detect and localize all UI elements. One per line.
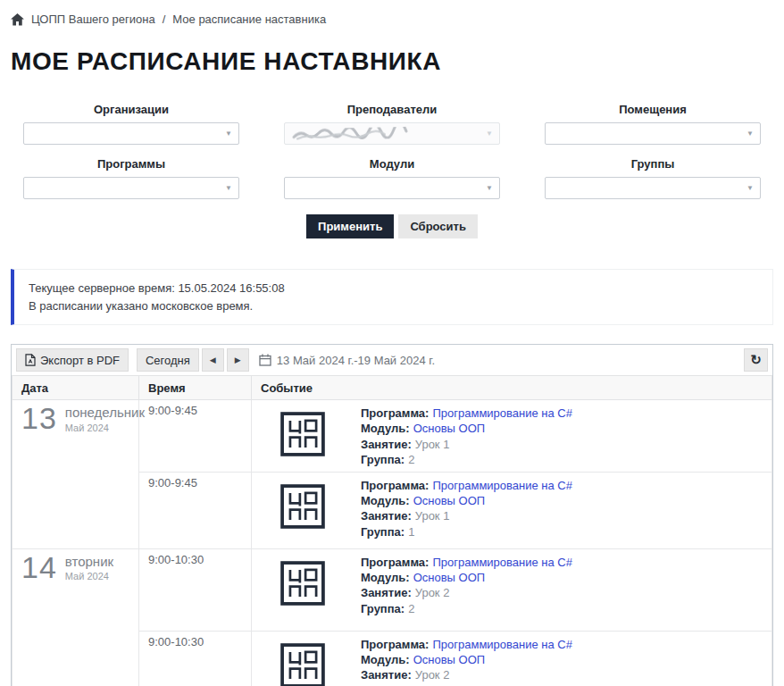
apply-button[interactable]: Применить [306,214,394,238]
modules-select[interactable]: ▼ [284,177,500,199]
program-label: Программа: [361,479,429,492]
group-value: 2 [408,453,414,466]
next-week-button[interactable]: ▶ [227,348,249,372]
groups-select[interactable]: ▼ [545,177,761,199]
program-link[interactable]: Программирование на C# [432,406,572,420]
module-label: Модуль: [361,422,410,435]
chevron-down-icon: ▼ [225,130,232,138]
refresh-icon: ↻ [750,352,762,368]
schedule-table: Дата Время Событие 13 понедельник Май 20… [12,375,772,686]
filter-groups: Группы ▼ [545,157,761,199]
lesson-value: Урок 1 [415,509,450,523]
schedule-row: 14 вторник Май 2024 9:00-10:30 [13,548,772,631]
filter-teachers: Преподаватели ▼ [284,103,500,145]
program-link[interactable]: Программирование на C# [432,638,572,651]
time-cell: 9:00-9:45 [139,400,252,473]
programs-label: Программы [23,157,239,171]
reset-button[interactable]: Сбросить [398,214,478,238]
arrow-left-icon: ◀ [210,356,216,364]
server-time-notice: Текущее серверное время: 15.05.2024 16:5… [11,269,773,325]
export-pdf-label: Экспорт в PDF [40,354,120,367]
group-value: 2 [408,602,414,615]
filters-panel: Организации ▼ Преподаватели ▼ Помещения … [11,103,773,199]
refresh-button[interactable]: ↻ [744,348,768,372]
program-link[interactable]: Программирование на C# [432,479,572,492]
module-link[interactable]: Основы ООП [413,571,485,584]
weekday-label: понедельник [65,406,145,421]
group-value: 1 [408,525,414,539]
day-number: 13 [21,404,57,432]
date-cell: 13 понедельник Май 2024 [13,400,139,549]
event-cell: Программа:Программирование на C# Модуль:… [252,400,772,473]
breadcrumb: ЦОПП Вашего региона / Мое расписание нас… [11,13,773,26]
group-label: Группа: [361,453,405,466]
program-label: Программа: [361,638,429,651]
date-range: 13 Май 2024 г.-19 Май 2024 г. [259,354,435,367]
export-pdf-button[interactable]: Экспорт в PDF [16,348,129,372]
chevron-down-icon: ▼ [486,130,493,138]
page-title: МОЕ РАСПИСАНИЕ НАСТАВНИКА [11,47,773,76]
teachers-label: Преподаватели [284,103,500,116]
module-label: Модуль: [361,653,410,666]
prev-week-button[interactable]: ◀ [202,348,224,372]
header-time: Время [139,376,252,400]
redacted-teacher-name [292,126,426,140]
modules-label: Модули [284,157,500,171]
breadcrumb-home-link[interactable]: ЦОПП Вашего региона [31,13,155,26]
rooms-label: Помещения [545,103,761,116]
today-button[interactable]: Сегодня [137,348,199,372]
breadcrumb-separator: / [163,13,166,26]
module-label: Модуль: [361,494,410,507]
chevron-down-icon: ▼ [225,184,232,192]
copp-logo-icon [280,484,325,529]
date-cell: 14 вторник Май 2024 [13,548,139,686]
chevron-down-icon: ▼ [486,184,493,192]
organizations-label: Организации [23,103,239,116]
chevron-down-icon: ▼ [746,130,754,138]
event-cell: Программа:Программирование на C# Модуль:… [252,548,772,631]
time-cell: 9:00-10:30 [139,631,252,686]
lesson-value: Урок 2 [415,586,450,599]
module-link[interactable]: Основы ООП [413,494,485,507]
page: ЦОПП Вашего региона / Мое расписание нас… [0,0,784,686]
schedule-row: 13 понедельник Май 2024 9:00-9:45 [13,400,772,473]
program-link[interactable]: Программирование на C# [432,556,572,569]
teachers-select: ▼ [284,122,500,145]
program-label: Программа: [361,556,429,569]
header-event: Событие [252,376,772,400]
module-link[interactable]: Основы ООП [413,653,485,666]
time-cell: 9:00-10:30 [139,548,252,631]
lesson-value: Урок 1 [415,438,450,451]
groups-label: Группы [545,157,761,171]
arrow-right-icon: ▶ [235,356,241,364]
date-nav-group: Сегодня ◀ ▶ [137,348,249,372]
calendar-icon [259,354,271,366]
programs-select[interactable]: ▼ [23,177,239,199]
lesson-value: Урок 2 [415,668,450,682]
filter-organizations: Организации ▼ [23,103,239,145]
lesson-label: Занятие: [361,438,412,451]
filter-rooms: Помещения ▼ [545,103,761,145]
event-cell: Программа:Программирование на C# Модуль:… [252,472,772,548]
header-date: Дата [13,376,139,400]
home-icon[interactable] [11,13,24,26]
program-label: Программа: [361,406,429,420]
group-label: Группа: [361,602,405,615]
day-number: 14 [21,553,57,581]
filter-programs: Программы ▼ [23,157,239,199]
lesson-label: Занятие: [361,586,412,599]
date-range-label: 13 Май 2024 г.-19 Май 2024 г. [277,354,435,367]
group-label: Группа: [361,525,405,539]
time-cell: 9:00-9:45 [139,472,252,548]
breadcrumb-current: Мое расписание наставника [172,13,326,26]
schedule-widget: Экспорт в PDF Сегодня ◀ ▶ 13 Май 2024 [11,344,773,686]
module-link[interactable]: Основы ООП [413,422,485,435]
event-cell: Программа:Программирование на C# Модуль:… [252,631,772,686]
lesson-label: Занятие: [361,509,412,523]
copp-logo-icon [280,643,325,686]
copp-logo-icon [280,561,325,606]
copp-logo-icon [280,412,325,456]
filter-actions: Применить Сбросить [11,214,773,238]
organizations-select[interactable]: ▼ [23,122,239,145]
rooms-select[interactable]: ▼ [545,122,761,145]
